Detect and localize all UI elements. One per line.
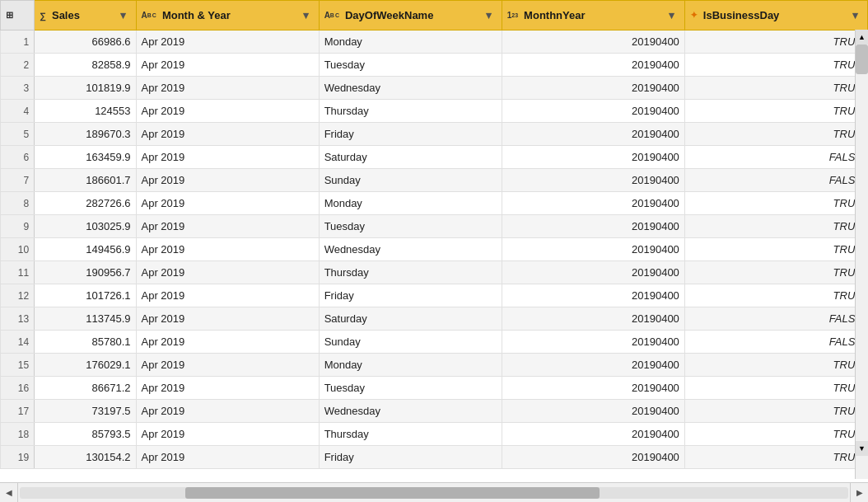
biz-cell: TRUE (684, 77, 867, 100)
row-number-cell: 2 (1, 54, 35, 77)
scroll-up-button[interactable]: ▲ (855, 30, 868, 45)
month-year-cell: Apr 2019 (136, 54, 319, 77)
monthn-cell: 20190400 (502, 307, 684, 331)
monthn-header-label: MonthnYear (524, 9, 585, 21)
sales-filter-button[interactable]: ▾ (116, 8, 131, 23)
sales-cell: 73197.5 (35, 400, 136, 423)
table-row: 166986.6Apr 2019Monday20190400TRUE (1, 30, 868, 54)
dow-cell: Wednesday (319, 77, 502, 100)
biz-cell: FALSE (684, 331, 867, 354)
horizontal-scrollbar-track[interactable] (20, 487, 848, 499)
biz-header[interactable]: ✦ IsBusinessDay ▾ (684, 1, 867, 30)
table-row: 1773197.5Apr 2019Wednesday20190400TRUE (1, 400, 868, 423)
biz-cell: TRUE (684, 215, 867, 238)
dow-cell: Monday (319, 30, 502, 54)
monthn-cell: 20190400 (502, 423, 684, 446)
scroll-thumb-vertical[interactable] (856, 45, 868, 74)
dow-cell: Friday (319, 123, 502, 146)
sales-cell: 86671.2 (35, 377, 136, 400)
scroll-right-button[interactable]: ▶ (850, 483, 868, 503)
sales-header-label: Sales (52, 9, 80, 21)
monthn-cell: 20190400 (502, 446, 684, 469)
dow-header[interactable]: ABC DayOfWeekName ▾ (319, 1, 502, 30)
row-number-header: ⊞ (1, 1, 35, 30)
monthn-cell: 20190400 (502, 100, 684, 123)
sales-cell: 130154.2 (35, 446, 136, 469)
biz-cell: FALSE (684, 307, 867, 331)
dow-cell: Thursday (319, 261, 502, 284)
scroll-left-button[interactable]: ◀ (0, 483, 18, 503)
sales-cell: 85780.1 (35, 331, 136, 354)
dow-cell: Friday (319, 284, 502, 307)
row-number-cell: 15 (1, 354, 35, 377)
scroll-down-button[interactable]: ▼ (855, 441, 868, 456)
month-year-cell: Apr 2019 (136, 215, 319, 238)
month-year-cell: Apr 2019 (136, 30, 319, 54)
monthn-cell: 20190400 (502, 354, 684, 377)
sales-cell: 113745.9 (35, 307, 136, 331)
monthn-cell: 20190400 (502, 77, 684, 100)
dow-type-icon: ABC (324, 11, 339, 20)
sales-header[interactable]: ∑ Sales ▾ (35, 1, 136, 30)
table-row: 1686671.2Apr 2019Tuesday20190400TRUE (1, 377, 868, 400)
row-number-cell: 19 (1, 446, 35, 469)
row-number-cell: 5 (1, 123, 35, 146)
month-year-type-icon: ABC (142, 11, 156, 20)
row-number-cell: 11 (1, 261, 35, 284)
dow-cell: Saturday (319, 307, 502, 331)
monthn-cell: 20190400 (502, 284, 684, 307)
table-row: 6163459.9Apr 2019Saturday20190400FALSE (1, 146, 868, 169)
monthn-cell: 20190400 (502, 30, 684, 54)
month-year-cell: Apr 2019 (136, 331, 319, 354)
month-year-filter-button[interactable]: ▾ (299, 8, 314, 23)
biz-cell: FALSE (684, 169, 867, 192)
biz-cell: FALSE (684, 146, 867, 169)
horizontal-scrollbar-thumb[interactable] (185, 487, 600, 499)
table-row: 5189670.3Apr 2019Friday20190400TRUE (1, 123, 868, 146)
month-year-cell: Apr 2019 (136, 284, 319, 307)
month-year-cell: Apr 2019 (136, 238, 319, 261)
month-year-header-label: Month & Year (162, 9, 231, 21)
monthn-cell: 20190400 (502, 238, 684, 261)
biz-filter-button[interactable]: ▾ (847, 8, 862, 23)
sales-cell: 149456.9 (35, 238, 136, 261)
table-row: 1885793.5Apr 2019Thursday20190400TRUE (1, 423, 868, 446)
sales-cell: 186601.7 (35, 169, 136, 192)
sales-cell: 82858.9 (35, 54, 136, 77)
biz-cell: TRUE (684, 30, 867, 54)
monthn-cell: 20190400 (502, 169, 684, 192)
monthn-filter-button[interactable]: ▾ (665, 8, 679, 23)
table-container: ⊞ ∑ Sales ▾ AB (0, 0, 868, 502)
monthn-cell: 20190400 (502, 215, 684, 238)
biz-type-icon: ✦ (690, 10, 698, 21)
dow-cell: Sunday (319, 169, 502, 192)
biz-cell: TRUE (684, 123, 867, 146)
month-year-cell: Apr 2019 (136, 123, 319, 146)
biz-cell: TRUE (684, 354, 867, 377)
sales-cell: 101819.9 (35, 77, 136, 100)
monthn-cell: 20190400 (502, 331, 684, 354)
biz-cell: TRUE (684, 238, 867, 261)
table-row: 12101726.1Apr 2019Friday20190400TRUE (1, 284, 868, 307)
sales-cell: 189670.3 (35, 123, 136, 146)
table-icon: ⊞ (6, 10, 13, 21)
biz-cell: TRUE (684, 284, 867, 307)
dow-filter-button[interactable]: ▾ (482, 8, 497, 23)
vertical-scrollbar[interactable]: ▲ ▼ (855, 30, 868, 479)
dow-header-label: DayOfWeekName (345, 9, 433, 21)
row-number-cell: 17 (1, 400, 35, 423)
row-number-cell: 1 (1, 30, 35, 54)
sales-cell: 103025.9 (35, 215, 136, 238)
monthn-header[interactable]: 123 MonthnYear ▾ (502, 1, 684, 30)
sales-cell: 190956.7 (35, 261, 136, 284)
month-year-cell: Apr 2019 (136, 377, 319, 400)
row-number-cell: 4 (1, 100, 35, 123)
biz-cell: TRUE (684, 400, 867, 423)
sales-cell: 282726.6 (35, 192, 136, 215)
dow-cell: Monday (319, 192, 502, 215)
table-row: 19130154.2Apr 2019Friday20190400TRUE (1, 446, 868, 469)
month-year-cell: Apr 2019 (136, 146, 319, 169)
row-number-cell: 9 (1, 215, 35, 238)
table-row: 9103025.9Apr 2019Tuesday20190400TRUE (1, 215, 868, 238)
month-year-header[interactable]: ABC Month & Year ▾ (136, 1, 319, 30)
